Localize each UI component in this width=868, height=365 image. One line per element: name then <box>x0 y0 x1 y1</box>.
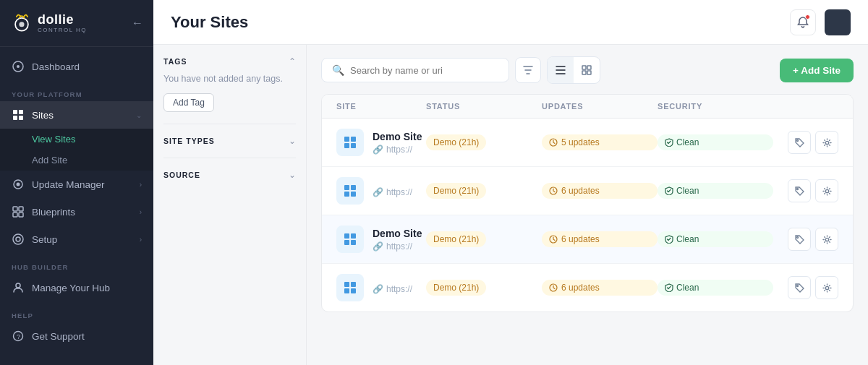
col-header-updates: UPDATES <box>542 102 658 111</box>
link-icon-3: 🔗 <box>373 241 383 252</box>
settings-action-button-3[interactable] <box>815 228 838 251</box>
row-actions-3 <box>773 228 838 251</box>
avatar[interactable] <box>825 9 851 35</box>
clock-icon-2 <box>549 186 558 195</box>
tag-action-button-3[interactable] <box>788 228 811 251</box>
manage-hub-icon <box>12 281 25 294</box>
updates-cell-2: 6 updates <box>542 183 658 199</box>
site-types-section-header[interactable]: SITE TYPES ⌄ <box>163 136 296 146</box>
search-input[interactable] <box>350 65 498 76</box>
col-header-security: SECURITY <box>658 102 773 111</box>
notification-dot <box>805 14 810 20</box>
status-cell-1: Demo (21h) <box>426 134 542 150</box>
tag-action-button-4[interactable] <box>788 276 811 299</box>
svg-point-1 <box>19 22 24 27</box>
notifications-button[interactable] <box>790 9 816 35</box>
svg-rect-6 <box>13 116 17 120</box>
svg-rect-37 <box>344 240 349 245</box>
sites-arrow-icon: ⌄ <box>136 111 142 119</box>
svg-rect-12 <box>13 212 17 217</box>
svg-point-34 <box>825 189 828 192</box>
tag-icon-2 <box>795 186 804 196</box>
clock-icon-4 <box>549 283 558 292</box>
update-manager-label: Update Manager <box>32 179 105 190</box>
tag-icon-1 <box>795 138 804 147</box>
update-manager-arrow-icon: › <box>140 181 142 189</box>
sidebar-collapse-button[interactable]: ← <box>132 17 143 30</box>
svg-point-41 <box>825 238 828 241</box>
add-tag-button[interactable]: Add Tag <box>163 93 214 112</box>
sidebar-item-dashboard[interactable]: Dashboard <box>0 53 153 80</box>
sidebar-item-update-manager[interactable]: Update Manager › <box>0 171 153 198</box>
main-content: Your Sites TAGS ⌃ You have not added any… <box>153 0 868 365</box>
site-types-section-title: SITE TYPES <box>163 137 215 145</box>
svg-point-27 <box>825 141 828 144</box>
col-header-site: SITE <box>336 102 426 111</box>
tag-action-button-1[interactable] <box>788 131 811 154</box>
tag-icon-3 <box>795 235 804 244</box>
grid-view-button[interactable] <box>574 57 600 83</box>
status-badge-3: Demo (21h) <box>426 231 486 247</box>
svg-rect-31 <box>351 192 356 197</box>
status-badge-1: Demo (21h) <box>426 134 486 150</box>
content-area: TAGS ⌃ You have not added any tags. Add … <box>153 45 868 365</box>
svg-point-47 <box>796 285 798 286</box>
settings-action-button-1[interactable] <box>815 131 838 154</box>
dollie-logo-icon <box>10 12 33 35</box>
dashboard-label: Dashboard <box>32 61 80 72</box>
svg-rect-23 <box>344 143 349 148</box>
filter-button[interactable] <box>515 57 541 83</box>
svg-rect-21 <box>344 137 349 142</box>
row-actions-1 <box>773 131 838 154</box>
sidebar-item-view-sites[interactable]: View Sites <box>0 129 153 150</box>
source-section-header[interactable]: SOURCE ⌄ <box>163 170 296 180</box>
setup-label: Setup <box>32 234 57 245</box>
svg-text:?: ? <box>17 333 20 340</box>
status-badge-4: Demo (21h) <box>426 280 486 296</box>
search-icon: 🔍 <box>332 64 344 76</box>
tags-section-header[interactable]: TAGS ⌃ <box>163 56 296 66</box>
grid-view-icon <box>582 65 592 75</box>
sidebar-item-manage-hub[interactable]: Manage Your Hub <box>0 274 153 301</box>
sidebar: dollie control hq ← Dashboard Your Platf… <box>0 0 153 365</box>
sidebar-item-get-support[interactable]: ? Get Support <box>0 322 153 350</box>
site-types-chevron-icon: ⌄ <box>289 136 296 146</box>
add-site-button[interactable]: + Add Site <box>780 59 854 82</box>
sidebar-item-add-site[interactable]: Add Site <box>0 150 153 171</box>
dashboard-icon <box>12 60 25 73</box>
get-support-icon: ? <box>12 330 25 343</box>
link-icon-4: 🔗 <box>373 284 383 294</box>
list-view-button[interactable] <box>548 57 574 83</box>
table-row: 🔗 https:// Demo (21h) 6 updates <box>322 264 853 312</box>
shield-check-icon-4 <box>665 283 673 292</box>
tags-empty-text: You have not added any tags. <box>163 72 296 86</box>
list-view-icon <box>556 65 566 75</box>
site-url-1: 🔗 https:// <box>373 145 422 155</box>
help-section-label: Help <box>0 301 153 322</box>
topbar-right <box>790 9 851 35</box>
svg-rect-7 <box>19 116 23 120</box>
site-favicon-2 <box>336 177 364 205</box>
blueprints-arrow-icon: › <box>140 208 142 216</box>
link-icon-2: 🔗 <box>373 187 383 197</box>
status-cell-3: Demo (21h) <box>426 231 542 247</box>
security-cell-1: Clean <box>658 134 773 150</box>
sidebar-item-blueprints[interactable]: Blueprints › <box>0 198 153 226</box>
sidebar-item-sites[interactable]: Sites ⌄ <box>0 101 153 129</box>
logo-sub: control hq <box>38 27 87 33</box>
page-title: Your Sites <box>171 13 248 32</box>
settings-action-button-2[interactable] <box>815 179 838 202</box>
svg-rect-38 <box>351 240 356 245</box>
settings-action-button-4[interactable] <box>815 276 838 299</box>
updates-cell-3: 6 updates <box>542 231 658 247</box>
shield-check-icon-3 <box>665 235 673 244</box>
gear-icon-2 <box>822 186 832 196</box>
sidebar-item-setup[interactable]: Setup › <box>0 226 153 253</box>
updates-badge-3: 6 updates <box>542 231 658 247</box>
tag-action-button-2[interactable] <box>788 179 811 202</box>
svg-rect-11 <box>19 207 23 211</box>
tags-section-title: TAGS <box>163 57 187 66</box>
site-url-3: 🔗 https:// <box>373 241 422 252</box>
security-badge-1: Clean <box>658 134 773 150</box>
svg-point-48 <box>825 286 828 289</box>
